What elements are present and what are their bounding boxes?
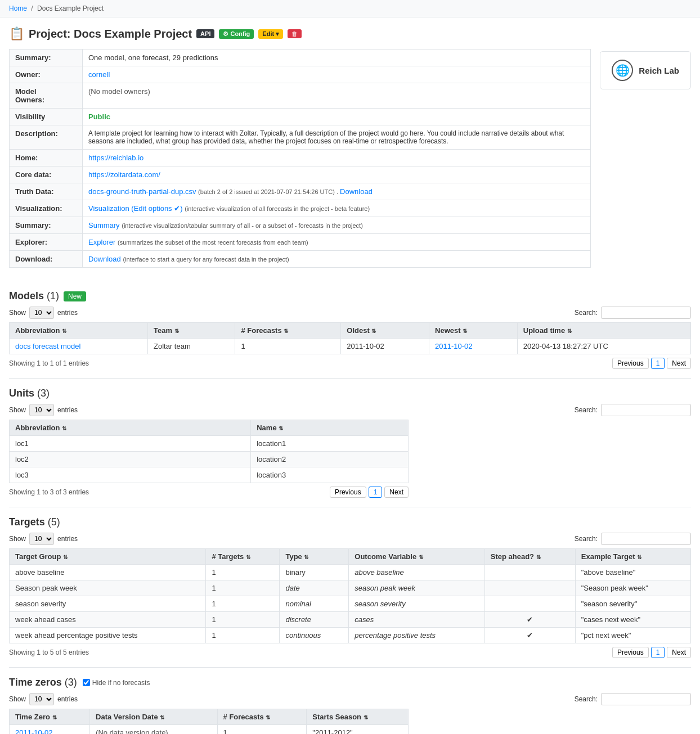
info-value: docs-ground-truth-partial-dup.csv (batch…: [83, 183, 591, 200]
step-ahead: ✔: [484, 628, 575, 643]
step-ahead: ✔: [484, 612, 575, 628]
info-row-home: Home: https://reichlab.io: [10, 150, 591, 166]
col-type[interactable]: Type ⇅: [280, 549, 349, 565]
config-badge[interactable]: ⚙ Config: [219, 29, 254, 39]
breadcrumb-current: Docs Example Project: [37, 4, 104, 12]
models-search-input[interactable]: [601, 307, 691, 319]
breadcrumb-home[interactable]: Home: [9, 4, 27, 12]
explorer-link[interactable]: Explorer: [88, 238, 115, 246]
col-upload[interactable]: Upload time ⇅: [517, 323, 690, 339]
example: "above baseline": [575, 565, 690, 580]
truth-data-link[interactable]: docs-ground-truth-partial-dup.csv: [88, 187, 196, 196]
info-row-owner: Owner: cornell: [10, 66, 591, 83]
info-label: ModelOwners:: [10, 83, 83, 109]
newest-link[interactable]: 2011-10-02: [435, 342, 473, 350]
targets-search-input[interactable]: [601, 533, 691, 545]
units-pagination: Previous 1 Next: [330, 487, 409, 498]
timezeros-title: Time zeros (3): [9, 677, 77, 688]
units-search-input[interactable]: [601, 404, 691, 416]
col-abbreviation[interactable]: Abbreviation ⇅: [10, 323, 148, 339]
truth-data-info: (batch 2 of 2 issued at 2021-07-07 21:54…: [198, 188, 340, 195]
prev-button[interactable]: Previous: [330, 487, 366, 498]
col-data-version[interactable]: Data Version Date ⇅: [90, 709, 218, 725]
unit-name: location1: [251, 436, 409, 452]
page-number[interactable]: 1: [651, 358, 665, 369]
units-table: Abbreviation ⇅ Name ⇅ loc1 location1 loc…: [9, 420, 409, 483]
time-zero-value: 2011-10-02: [10, 725, 90, 735]
col-target-group[interactable]: Target Group ⇅: [10, 549, 206, 565]
table-row: loc2 location2: [10, 452, 409, 467]
entries-label: entries: [57, 535, 78, 543]
timezeros-entries-select[interactable]: 1025: [29, 693, 54, 705]
download-section-link[interactable]: Download: [88, 255, 121, 263]
core-data-link[interactable]: https://zoltardata.com/: [88, 170, 160, 179]
models-entries-select[interactable]: 102550: [29, 307, 54, 319]
next-button[interactable]: Next: [667, 358, 691, 369]
table-row: season severity 1 nominal season severit…: [10, 596, 691, 612]
col-abbreviation[interactable]: Abbreviation ⇅: [10, 420, 251, 436]
owner-link[interactable]: cornell: [88, 70, 110, 79]
targets-footer: Showing 1 to 5 of 5 entries Previous 1 N…: [9, 647, 691, 658]
units-controls: Show 1025 entries Search:: [9, 404, 691, 416]
next-button[interactable]: Next: [384, 487, 409, 498]
info-value: Public: [83, 109, 591, 125]
info-row-model-owners: ModelOwners: (No model owners): [10, 83, 591, 109]
col-name[interactable]: Name ⇅: [251, 420, 409, 436]
type: date: [280, 580, 349, 596]
models-section: Models (1) New Show 102550 entries Searc…: [9, 290, 691, 369]
table-row: loc1 location1: [10, 436, 409, 452]
sort-icon: ⇅: [371, 328, 376, 334]
download-link[interactable]: Download: [340, 187, 373, 196]
delete-badge[interactable]: 🗑: [288, 29, 302, 38]
targets-section: Targets (5) Show 1025 entries Search: Ta…: [9, 516, 691, 658]
prev-button[interactable]: Previous: [612, 358, 649, 369]
page-number[interactable]: 1: [369, 487, 383, 498]
info-row-core-data: Core data: https://zoltardata.com/: [10, 166, 591, 183]
forecasts-value: 1: [217, 725, 307, 735]
col-step-ahead[interactable]: Step ahead? ⇅: [484, 549, 575, 565]
explorer-info: (summarizes the subset of the most recen…: [118, 239, 308, 246]
summary-link[interactable]: Summary: [88, 221, 120, 229]
info-row-summary: Summary: One model, one forecast, 29 pre…: [10, 49, 591, 66]
col-forecasts[interactable]: # Forecasts ⇅: [235, 323, 341, 339]
new-model-button[interactable]: New: [64, 291, 86, 301]
targets-entries-select[interactable]: 1025: [29, 533, 54, 545]
models-pagination: Previous 1 Next: [612, 358, 691, 369]
prev-button[interactable]: Previous: [612, 647, 649, 658]
page-number[interactable]: 1: [651, 647, 665, 658]
col-outcome[interactable]: Outcome Variable ⇅: [349, 549, 484, 565]
hide-no-forecasts-checkbox[interactable]: [83, 679, 90, 686]
info-value: https://reichlab.io: [83, 150, 591, 166]
model-link[interactable]: docs forecast model: [15, 342, 80, 350]
home-link[interactable]: https://reichlab.io: [88, 154, 143, 162]
units-header: Units (3): [9, 388, 691, 399]
units-show-entries: Show 1025 entries: [9, 404, 78, 416]
summary-info: (interactive visualization/tabular summa…: [122, 222, 363, 229]
num-targets: 1: [206, 596, 280, 612]
col-num-targets[interactable]: # Targets ⇅: [206, 549, 280, 565]
col-newest[interactable]: Newest ⇅: [429, 323, 518, 339]
col-forecasts[interactable]: # Forecasts ⇅: [217, 709, 307, 725]
col-oldest[interactable]: Oldest ⇅: [341, 323, 429, 339]
info-value: Summary (interactive visualization/tabul…: [83, 217, 591, 234]
timezeros-search-input[interactable]: [601, 693, 691, 705]
units-footer: Showing 1 to 3 of 3 entries Previous 1 N…: [9, 487, 409, 498]
api-badge[interactable]: API: [196, 29, 214, 38]
units-entries-select[interactable]: 1025: [29, 404, 54, 416]
sort-icon: ⇅: [284, 328, 288, 334]
timezeros-search: Search:: [575, 693, 691, 705]
info-row-visualization: Visualization: Visualization (Edit optio…: [10, 200, 591, 217]
hide-no-forecasts-label[interactable]: Hide if no forecasts: [83, 679, 150, 687]
edit-badge[interactable]: Edit ▾: [258, 29, 283, 39]
timezeros-header: Time zeros (3) Hide if no forecasts: [9, 677, 691, 688]
models-footer: Showing 1 to 1 of 1 entries Previous 1 N…: [9, 358, 691, 369]
next-button[interactable]: Next: [667, 647, 691, 658]
col-time-zero[interactable]: Time Zero ⇅: [10, 709, 90, 725]
targets-title: Targets (5): [9, 516, 691, 528]
visualization-link[interactable]: Visualization (Edit options ✔): [88, 204, 183, 213]
time-zero-link[interactable]: 2011-10-02: [15, 728, 53, 734]
target-group: week ahead percentage positive tests: [10, 628, 206, 643]
col-starts-season[interactable]: Starts Season ⇅: [307, 709, 409, 725]
col-example[interactable]: Example Target ⇅: [575, 549, 690, 565]
col-team[interactable]: Team ⇅: [148, 323, 235, 339]
